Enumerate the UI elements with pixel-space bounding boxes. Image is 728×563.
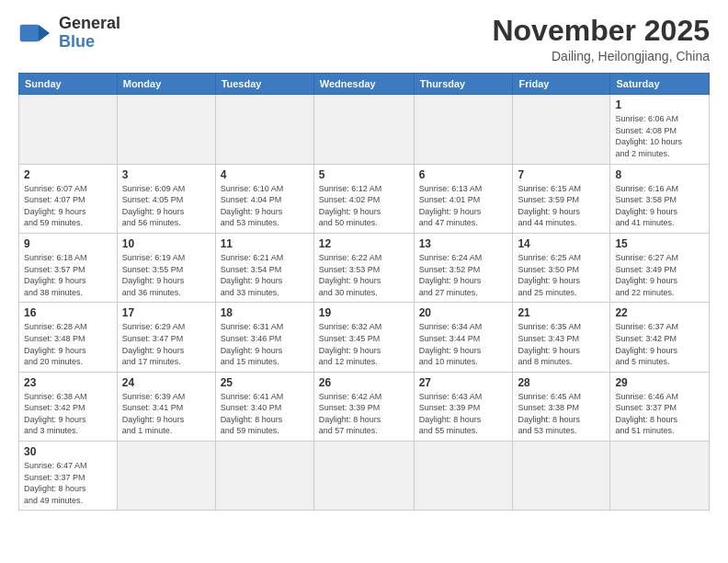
day-info: Sunrise: 6:32 AM Sunset: 3:45 PM Dayligh… (319, 321, 409, 367)
day-number: 23 (24, 376, 112, 389)
day-number: 4 (221, 168, 309, 181)
day-number: 29 (615, 376, 704, 389)
calendar: SundayMondayTuesdayWednesdayThursdayFrid… (18, 73, 710, 511)
weekday-header-thursday: Thursday (414, 74, 513, 95)
day-info: Sunrise: 6:28 AM Sunset: 3:48 PM Dayligh… (24, 321, 112, 367)
calendar-cell: 25Sunrise: 6:41 AM Sunset: 3:40 PM Dayli… (215, 372, 313, 441)
calendar-cell (117, 442, 215, 511)
day-number: 24 (122, 376, 210, 389)
calendar-cell (313, 442, 414, 511)
day-info: Sunrise: 6:42 AM Sunset: 3:39 PM Dayligh… (319, 391, 409, 437)
weekday-header-sunday: Sunday (19, 74, 118, 95)
calendar-cell (313, 95, 414, 164)
day-info: Sunrise: 6:21 AM Sunset: 3:54 PM Dayligh… (221, 252, 309, 298)
calendar-cell (414, 95, 513, 164)
svg-rect-0 (20, 25, 39, 41)
weekday-row: SundayMondayTuesdayWednesdayThursdayFrid… (19, 74, 710, 95)
calendar-cell: 18Sunrise: 6:31 AM Sunset: 3:46 PM Dayli… (215, 303, 313, 372)
day-number: 15 (615, 237, 704, 250)
logo-text: General Blue (59, 15, 120, 52)
calendar-cell (513, 442, 610, 511)
day-number: 28 (518, 376, 605, 389)
calendar-week-row: 16Sunrise: 6:28 AM Sunset: 3:48 PM Dayli… (19, 303, 710, 372)
svg-marker-1 (39, 25, 50, 41)
calendar-cell: 26Sunrise: 6:42 AM Sunset: 3:39 PM Dayli… (313, 372, 414, 441)
page: General Blue November 2025 Dailing, Heil… (0, 0, 728, 563)
day-info: Sunrise: 6:31 AM Sunset: 3:46 PM Dayligh… (221, 321, 309, 367)
calendar-cell: 22Sunrise: 6:37 AM Sunset: 3:42 PM Dayli… (610, 303, 710, 372)
day-info: Sunrise: 6:39 AM Sunset: 3:41 PM Dayligh… (122, 391, 210, 437)
calendar-cell: 16Sunrise: 6:28 AM Sunset: 3:48 PM Dayli… (19, 303, 118, 372)
calendar-cell: 30Sunrise: 6:47 AM Sunset: 3:37 PM Dayli… (19, 442, 118, 511)
day-info: Sunrise: 6:18 AM Sunset: 3:57 PM Dayligh… (24, 252, 112, 298)
calendar-cell: 10Sunrise: 6:19 AM Sunset: 3:55 PM Dayli… (117, 233, 215, 302)
day-number: 18 (221, 306, 309, 319)
calendar-cell: 1Sunrise: 6:06 AM Sunset: 4:08 PM Daylig… (610, 95, 710, 164)
day-number: 7 (518, 168, 605, 181)
day-number: 19 (319, 306, 409, 319)
calendar-week-row: 1Sunrise: 6:06 AM Sunset: 4:08 PM Daylig… (19, 95, 710, 164)
calendar-header: SundayMondayTuesdayWednesdayThursdayFrid… (19, 74, 710, 95)
day-info: Sunrise: 6:41 AM Sunset: 3:40 PM Dayligh… (221, 391, 309, 437)
calendar-cell: 11Sunrise: 6:21 AM Sunset: 3:54 PM Dayli… (215, 233, 313, 302)
calendar-cell: 24Sunrise: 6:39 AM Sunset: 3:41 PM Dayli… (117, 372, 215, 441)
day-number: 11 (221, 237, 309, 250)
calendar-cell: 7Sunrise: 6:15 AM Sunset: 3:59 PM Daylig… (513, 164, 610, 233)
calendar-cell (610, 442, 710, 511)
day-info: Sunrise: 6:47 AM Sunset: 3:37 PM Dayligh… (24, 460, 112, 506)
calendar-week-row: 23Sunrise: 6:38 AM Sunset: 3:42 PM Dayli… (19, 372, 710, 441)
day-info: Sunrise: 6:10 AM Sunset: 4:04 PM Dayligh… (221, 183, 309, 229)
calendar-week-row: 30Sunrise: 6:47 AM Sunset: 3:37 PM Dayli… (19, 442, 710, 511)
day-number: 10 (122, 237, 210, 250)
day-number: 22 (615, 306, 704, 319)
title-block: November 2025 Dailing, Heilongjiang, Chi… (492, 15, 710, 63)
day-number: 21 (518, 306, 605, 319)
day-number: 5 (319, 168, 409, 181)
day-number: 3 (122, 168, 210, 181)
calendar-cell: 19Sunrise: 6:32 AM Sunset: 3:45 PM Dayli… (313, 303, 414, 372)
calendar-week-row: 2Sunrise: 6:07 AM Sunset: 4:07 PM Daylig… (19, 164, 710, 233)
day-info: Sunrise: 6:15 AM Sunset: 3:59 PM Dayligh… (518, 183, 605, 229)
calendar-body: 1Sunrise: 6:06 AM Sunset: 4:08 PM Daylig… (19, 95, 710, 511)
day-number: 14 (518, 237, 605, 250)
day-info: Sunrise: 6:25 AM Sunset: 3:50 PM Dayligh… (518, 252, 605, 298)
calendar-cell: 13Sunrise: 6:24 AM Sunset: 3:52 PM Dayli… (414, 233, 513, 302)
weekday-header-monday: Monday (117, 74, 215, 95)
weekday-header-tuesday: Tuesday (215, 74, 313, 95)
day-number: 20 (419, 306, 508, 319)
day-number: 17 (122, 306, 210, 319)
day-info: Sunrise: 6:34 AM Sunset: 3:44 PM Dayligh… (419, 321, 508, 367)
day-number: 8 (615, 168, 704, 181)
calendar-cell: 8Sunrise: 6:16 AM Sunset: 3:58 PM Daylig… (610, 164, 710, 233)
day-number: 12 (319, 237, 409, 250)
day-info: Sunrise: 6:35 AM Sunset: 3:43 PM Dayligh… (518, 321, 605, 367)
day-info: Sunrise: 6:16 AM Sunset: 3:58 PM Dayligh… (615, 183, 704, 229)
day-number: 2 (24, 168, 112, 181)
day-info: Sunrise: 6:45 AM Sunset: 3:38 PM Dayligh… (518, 391, 605, 437)
calendar-cell: 17Sunrise: 6:29 AM Sunset: 3:47 PM Dayli… (117, 303, 215, 372)
month-title: November 2025 (492, 15, 710, 47)
day-info: Sunrise: 6:22 AM Sunset: 3:53 PM Dayligh… (319, 252, 409, 298)
day-info: Sunrise: 6:07 AM Sunset: 4:07 PM Dayligh… (24, 183, 112, 229)
calendar-week-row: 9Sunrise: 6:18 AM Sunset: 3:57 PM Daylig… (19, 233, 710, 302)
calendar-cell: 28Sunrise: 6:45 AM Sunset: 3:38 PM Dayli… (513, 372, 610, 441)
day-info: Sunrise: 6:19 AM Sunset: 3:55 PM Dayligh… (122, 252, 210, 298)
day-number: 27 (419, 376, 508, 389)
location: Dailing, Heilongjiang, China (492, 49, 710, 63)
calendar-cell: 20Sunrise: 6:34 AM Sunset: 3:44 PM Dayli… (414, 303, 513, 372)
day-info: Sunrise: 6:37 AM Sunset: 3:42 PM Dayligh… (615, 321, 704, 367)
day-number: 26 (319, 376, 409, 389)
day-info: Sunrise: 6:38 AM Sunset: 3:42 PM Dayligh… (24, 391, 112, 437)
day-number: 30 (24, 445, 112, 458)
calendar-cell: 2Sunrise: 6:07 AM Sunset: 4:07 PM Daylig… (19, 164, 118, 233)
calendar-cell (414, 442, 513, 511)
day-info: Sunrise: 6:27 AM Sunset: 3:49 PM Dayligh… (615, 252, 704, 298)
day-number: 25 (221, 376, 309, 389)
day-info: Sunrise: 6:24 AM Sunset: 3:52 PM Dayligh… (419, 252, 508, 298)
weekday-header-wednesday: Wednesday (313, 74, 414, 95)
weekday-header-friday: Friday (513, 74, 610, 95)
day-number: 13 (419, 237, 508, 250)
calendar-cell: 21Sunrise: 6:35 AM Sunset: 3:43 PM Dayli… (513, 303, 610, 372)
header: General Blue November 2025 Dailing, Heil… (18, 15, 710, 63)
day-number: 16 (24, 306, 112, 319)
